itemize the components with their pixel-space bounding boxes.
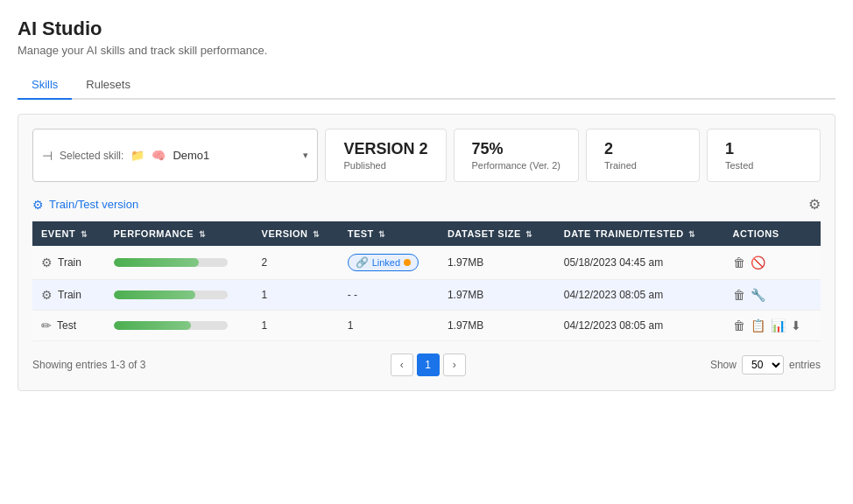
showing-entries: Showing entries 1-3 of 3 bbox=[32, 359, 145, 371]
refresh-icon: ⚙ bbox=[32, 198, 44, 212]
sort-icon-test[interactable]: ⇅ bbox=[378, 230, 386, 239]
cell-date-trained: 05/18/2023 04:45 am bbox=[555, 246, 724, 280]
cell-test: - - bbox=[339, 280, 439, 311]
pagination-controls: ‹ 1 › bbox=[391, 354, 466, 376]
delete-icon[interactable]: 🗑 bbox=[733, 318, 745, 332]
stat-performance-label: Performance (Ver. 2) bbox=[472, 160, 561, 171]
col-actions: ACTIONS bbox=[724, 221, 821, 246]
show-label: Show bbox=[710, 359, 737, 371]
next-page-button[interactable]: › bbox=[443, 354, 466, 376]
copy-icon[interactable]: 📋 bbox=[751, 318, 765, 332]
selected-skill-label: Selected skill: bbox=[60, 150, 123, 162]
tab-skills[interactable]: Skills bbox=[18, 71, 72, 100]
table-row: ✏Test111.97MB04/12/2023 08:05 am🗑📋📊⬇ bbox=[32, 311, 821, 341]
page-title: AI Studio bbox=[18, 18, 835, 40]
stat-trained-label: Trained bbox=[604, 160, 681, 171]
sort-icon-event[interactable]: ⇅ bbox=[81, 230, 88, 239]
col-dataset-size: DATASET SIZE ⇅ bbox=[439, 221, 555, 246]
stat-tested-value: 1 bbox=[725, 140, 802, 158]
stat-card-trained: 2 Trained bbox=[586, 129, 700, 182]
cell-actions: 🗑🚫 bbox=[724, 246, 821, 280]
linked-indicator bbox=[404, 259, 411, 266]
train-test-link[interactable]: ⚙ Train/Test version bbox=[32, 198, 138, 212]
folder-icon: 📁 bbox=[130, 149, 145, 162]
cell-actions: 🗑🔧 bbox=[724, 280, 821, 311]
performance-fill bbox=[114, 290, 196, 299]
actions-bar: ⚙ Train/Test version ⚙ bbox=[32, 196, 821, 213]
cell-dataset-size: 1.97MB bbox=[439, 280, 555, 311]
tools-icon[interactable]: 🔧 bbox=[751, 288, 765, 302]
cell-version: 1 bbox=[253, 311, 339, 341]
settings-icon[interactable]: ⚙ bbox=[808, 196, 821, 213]
nav-left-icon[interactable]: ⊣ bbox=[42, 149, 53, 163]
stat-card-performance: 75% Performance (Ver. 2) bbox=[454, 129, 580, 182]
cell-performance bbox=[105, 246, 253, 280]
sort-icon-performance[interactable]: ⇅ bbox=[199, 230, 207, 239]
sort-icon-date[interactable]: ⇅ bbox=[688, 230, 696, 239]
action-icons: 🗑📋📊⬇ bbox=[733, 318, 812, 332]
skill-name: Demo1 bbox=[173, 149, 209, 162]
cell-actions: 🗑📋📊⬇ bbox=[724, 311, 821, 341]
table-row: ⚙Train1- -1.97MB04/12/2023 08:05 am🗑🔧 bbox=[32, 280, 821, 311]
col-performance: PERFORMANCE ⇅ bbox=[105, 221, 253, 246]
tab-rulesets[interactable]: Rulesets bbox=[72, 71, 145, 100]
cell-performance bbox=[105, 280, 253, 311]
linked-badge: 🔗 Linked bbox=[348, 254, 419, 271]
data-table: EVENT ⇅ PERFORMANCE ⇅ VERSION ⇅ TEST ⇅ bbox=[32, 221, 821, 341]
cell-event: ⚙Train bbox=[32, 246, 105, 280]
delete-icon[interactable]: 🗑 bbox=[733, 256, 745, 270]
chart-icon[interactable]: 📊 bbox=[771, 318, 786, 332]
performance-bar-container bbox=[114, 290, 228, 299]
performance-fill bbox=[114, 258, 200, 267]
table-header-row: EVENT ⇅ PERFORMANCE ⇅ VERSION ⇅ TEST ⇅ bbox=[32, 221, 821, 246]
stat-card-tested: 1 Tested bbox=[707, 129, 821, 182]
col-event: EVENT ⇅ bbox=[32, 221, 105, 246]
skill-selector[interactable]: ⊣ Selected skill: 📁 🧠 Demo1 ▾ bbox=[32, 129, 318, 182]
entries-label: entries bbox=[789, 359, 821, 371]
cell-event: ⚙Train bbox=[32, 280, 105, 311]
performance-fill bbox=[114, 321, 191, 330]
cell-test: 1 bbox=[339, 311, 439, 341]
action-icons: 🗑🔧 bbox=[733, 288, 812, 302]
col-version: VERSION ⇅ bbox=[253, 221, 339, 246]
cell-performance bbox=[105, 311, 253, 341]
cell-date-trained: 04/12/2023 08:05 am bbox=[555, 311, 724, 341]
stat-version-value: VERSION 2 bbox=[343, 140, 427, 158]
cell-version: 1 bbox=[253, 280, 339, 311]
stat-tested-label: Tested bbox=[725, 160, 802, 171]
page-container: AI Studio Manage your AI skills and trac… bbox=[0, 0, 853, 504]
sort-icon-version[interactable]: ⇅ bbox=[313, 230, 321, 239]
cell-dataset-size: 1.97MB bbox=[439, 246, 555, 280]
dropdown-icon[interactable]: ▾ bbox=[303, 150, 308, 161]
entries-per-page-select[interactable]: 50 25 10 bbox=[742, 355, 784, 374]
prev-page-button[interactable]: ‹ bbox=[391, 354, 413, 376]
delete-icon[interactable]: 🗑 bbox=[733, 288, 745, 302]
action-icons: 🗑🚫 bbox=[733, 256, 812, 270]
link-icon: 🔗 bbox=[356, 256, 369, 269]
col-test: TEST ⇅ bbox=[339, 221, 439, 246]
skill-type-icon: 🧠 bbox=[152, 149, 166, 162]
pagination-row: Showing entries 1-3 of 3 ‹ 1 › Show 50 2… bbox=[32, 354, 821, 376]
performance-bar bbox=[114, 290, 228, 299]
page-1-button[interactable]: 1 bbox=[417, 354, 440, 376]
cell-test: 🔗 Linked bbox=[339, 246, 439, 280]
performance-bar-container bbox=[114, 258, 228, 267]
col-date-trained: DATE TRAINED/TESTED ⇅ bbox=[555, 221, 724, 246]
block-icon[interactable]: 🚫 bbox=[751, 256, 765, 270]
stat-card-version: VERSION 2 Published bbox=[325, 129, 446, 182]
cell-date-trained: 04/12/2023 08:05 am bbox=[555, 280, 724, 311]
table-row: ⚙Train2🔗 Linked 1.97MB05/18/2023 04:45 a… bbox=[32, 246, 821, 280]
cell-version: 2 bbox=[253, 246, 339, 280]
sort-icon-dataset[interactable]: ⇅ bbox=[525, 230, 533, 239]
test-icon: ✏ bbox=[41, 318, 52, 332]
stat-version-label: Published bbox=[343, 160, 427, 171]
download-icon[interactable]: ⬇ bbox=[791, 318, 801, 332]
stat-performance-value: 75% bbox=[472, 140, 561, 158]
train-test-label: Train/Test version bbox=[49, 198, 138, 211]
performance-bar-container bbox=[114, 321, 228, 330]
page-subtitle: Manage your AI skills and track skill pe… bbox=[18, 44, 835, 57]
content-area: ⊣ Selected skill: 📁 🧠 Demo1 ▾ VERSION 2 … bbox=[18, 114, 835, 391]
performance-bar bbox=[114, 321, 228, 330]
train-icon: ⚙ bbox=[41, 288, 53, 302]
tab-bar: Skills Rulesets bbox=[18, 71, 835, 100]
